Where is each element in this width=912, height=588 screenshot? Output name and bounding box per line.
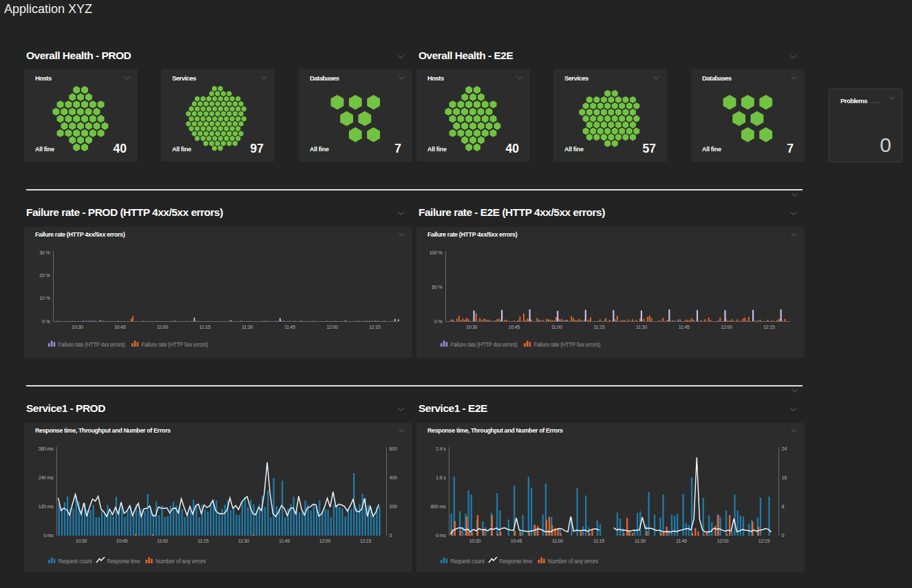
svg-text:10:45: 10:45 (116, 538, 128, 543)
svg-text:12:00: 12:00 (721, 325, 732, 329)
svg-text:11:00: 11:00 (551, 325, 562, 329)
svg-text:Number of any errors: Number of any errors (548, 558, 598, 565)
svg-text:11:30: 11:30 (636, 325, 647, 329)
svg-text:24: 24 (782, 446, 787, 451)
svg-text:10:45: 10:45 (509, 325, 520, 329)
svg-text:11:45: 11:45 (279, 538, 290, 543)
svg-text:240 ms: 240 ms (39, 475, 54, 480)
svg-text:11:00: 11:00 (157, 325, 168, 329)
svg-text:11:15: 11:15 (593, 538, 604, 543)
svg-text:11:15: 11:15 (593, 325, 604, 329)
svg-text:11:15: 11:15 (200, 325, 211, 329)
svg-text:2.4 s: 2.4 s (436, 446, 446, 451)
svg-text:0 %: 0 % (434, 319, 442, 324)
svg-text:10:30: 10:30 (469, 538, 481, 543)
svg-text:11:45: 11:45 (676, 538, 687, 543)
svg-text:10:30: 10:30 (76, 538, 87, 543)
svg-text:Number of any errors: Number of any errors (156, 558, 206, 565)
svg-text:12:15: 12:15 (369, 325, 381, 329)
svg-text:12:15: 12:15 (360, 538, 372, 543)
svg-text:11:45: 11:45 (284, 325, 295, 329)
svg-text:100 %: 100 % (430, 250, 443, 255)
svg-text:12:00: 12:00 (319, 538, 331, 543)
svg-text:8: 8 (782, 504, 785, 509)
svg-text:11:45: 11:45 (679, 325, 690, 329)
svg-text:10:30: 10:30 (466, 325, 478, 329)
svg-text:11:30: 11:30 (635, 538, 646, 543)
svg-text:12:15: 12:15 (759, 538, 770, 543)
svg-text:200: 200 (390, 504, 397, 509)
svg-text:400: 400 (390, 475, 397, 480)
svg-text:120 ms: 120 ms (39, 504, 54, 509)
svg-text:Failure rate (HTTP 5xx errors): Failure rate (HTTP 5xx errors) (142, 341, 209, 348)
svg-text:11:30: 11:30 (242, 325, 253, 329)
svg-text:12:00: 12:00 (717, 538, 729, 543)
svg-text:11:30: 11:30 (238, 538, 249, 543)
svg-text:12:00: 12:00 (326, 325, 338, 329)
svg-text:Request count: Request count (59, 558, 93, 565)
svg-text:0 ms: 0 ms (43, 533, 54, 538)
svg-text:50 %: 50 % (432, 285, 442, 290)
svg-text:Failure rate (HTTP 5xx errors): Failure rate (HTTP 5xx errors) (534, 341, 601, 348)
svg-text:0 %: 0 % (42, 319, 50, 324)
svg-text:Request count: Request count (451, 558, 485, 565)
svg-text:Response time: Response time (107, 558, 140, 565)
svg-text:800 ms: 800 ms (431, 504, 446, 509)
svg-text:11:15: 11:15 (198, 538, 209, 543)
svg-text:Failure rate (HTTP 4xx errors): Failure rate (HTTP 4xx errors) (451, 341, 518, 348)
svg-text:10:30: 10:30 (72, 325, 83, 329)
svg-text:11:00: 11:00 (157, 538, 168, 543)
svg-text:10:45: 10:45 (114, 325, 126, 329)
svg-text:16: 16 (782, 475, 787, 480)
svg-text:0: 0 (390, 533, 392, 538)
svg-text:0 ms: 0 ms (436, 533, 446, 538)
svg-text:11:00: 11:00 (552, 538, 563, 543)
svg-text:10:45: 10:45 (511, 538, 522, 543)
svg-text:360 ms: 360 ms (39, 446, 54, 451)
svg-text:1.6 s: 1.6 s (436, 475, 446, 480)
svg-text:Failure rate (HTTP 4xx errors): Failure rate (HTTP 4xx errors) (59, 341, 125, 348)
svg-text:12:15: 12:15 (763, 325, 775, 329)
svg-text:30 %: 30 % (39, 250, 50, 255)
svg-text:0: 0 (782, 533, 785, 538)
svg-text:10 %: 10 % (39, 296, 50, 301)
svg-text:600: 600 (390, 446, 397, 451)
svg-text:Response time: Response time (500, 558, 533, 565)
svg-text:20 %: 20 % (39, 273, 50, 278)
